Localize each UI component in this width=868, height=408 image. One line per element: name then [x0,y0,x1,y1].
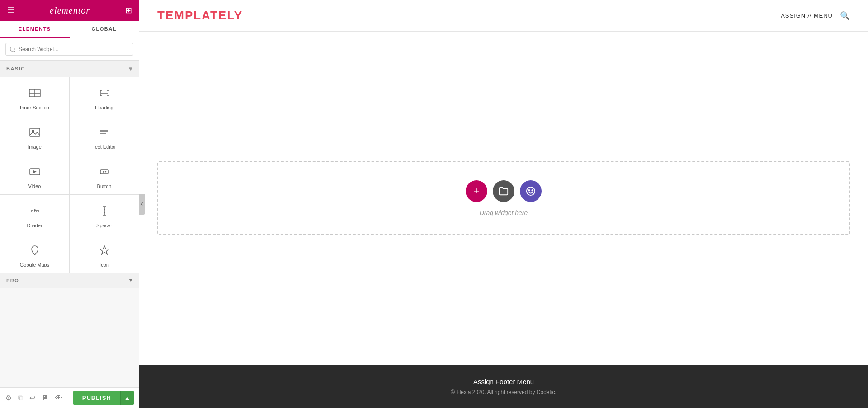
basic-section-header[interactable]: BASIC ▾ [0,61,139,77]
video-icon [27,164,43,180]
svg-point-33 [33,248,36,250]
page-content: + [139,32,868,408]
bottom-toolbar: ⚙ ⧉ ↩ 🖥 👁 PUBLISH ▲ [0,387,139,408]
page-main: + [139,32,868,365]
widget-video-label: Video [28,183,41,189]
widget-google-maps-label: Google Maps [20,262,49,267]
elementor-logo: elementor [50,5,90,16]
widget-inner-section-label: Inner Section [20,105,49,110]
tab-global[interactable]: GLOBAL [70,21,139,38]
widget-image-label: Image [28,144,42,150]
nav-search-icon[interactable]: 🔍 [840,11,850,21]
svg-point-37 [532,190,533,191]
drag-widget-label: Drag widget here [480,209,528,216]
publish-group: PUBLISH ▲ [73,391,134,405]
svg-marker-34 [100,246,109,254]
widget-spacer[interactable]: Spacer [70,195,139,234]
search-input[interactable] [5,43,133,56]
nav-menu-text[interactable]: ASSIGN A MENU [781,12,833,19]
widget-text-editor[interactable]: Text Editor [70,116,139,155]
svg-point-24 [34,209,36,211]
sidebar-handle[interactable] [139,194,145,215]
footer-copyright: © Flexia 2020. All right reserved by Cod… [157,389,850,395]
icon-widget-icon [96,242,113,258]
responsive-icon[interactable]: 🖥 [42,394,49,402]
widget-heading[interactable]: Heading [70,77,139,116]
widget-divider[interactable]: Divider [0,195,69,234]
basic-chevron-icon: ▾ [129,65,133,72]
hamburger-icon[interactable]: ☰ [7,5,14,15]
drop-zone-buttons: + [466,180,542,202]
svg-line-21 [105,172,106,172]
top-bar: ☰ elementor ⊞ [0,0,139,21]
layers-icon[interactable]: ⧉ [18,394,23,402]
tab-elements[interactable]: ELEMENTS [0,21,70,38]
widget-spacer-label: Spacer [96,223,112,228]
widget-google-maps[interactable]: Google Maps [0,234,69,273]
sidebar-tabs: ELEMENTS GLOBAL [0,21,139,38]
pro-section-label: PRO [6,278,19,283]
template-button[interactable] [520,180,542,202]
widget-button-label: Button [97,183,112,189]
widget-divider-label: Divider [27,223,42,228]
widget-video[interactable]: Video [0,155,69,194]
widget-icon-label: Icon [99,262,109,267]
publish-button[interactable]: PUBLISH [73,391,120,405]
basic-section-label: BASIC [6,66,25,71]
preview-icon[interactable]: 👁 [55,394,62,402]
settings-icon[interactable]: ⚙ [5,394,12,402]
grid-icon[interactable]: ⊞ [125,5,132,15]
widget-heading-label: Heading [95,105,113,110]
history-icon[interactable]: ↩ [29,394,35,402]
drop-zone[interactable]: + [157,161,850,235]
svg-point-36 [528,190,530,191]
text-editor-icon [96,124,113,141]
svg-marker-16 [33,170,37,173]
search-bar [0,38,139,61]
pro-chevron-icon: ▾ [129,277,133,283]
sidebar-scrollable: BASIC ▾ Inner Section [0,61,139,408]
widget-inner-section[interactable]: Inner Section [0,77,69,116]
widget-grid: Inner Section [0,77,139,273]
widget-text-editor-label: Text Editor [93,144,116,150]
button-icon [96,164,113,180]
folder-button[interactable] [493,180,514,202]
sidebar: ☰ elementor ⊞ ELEMENTS GLOBAL BASIC ▾ [0,0,139,408]
divider-icon [27,203,43,219]
image-icon [27,124,43,141]
google-maps-icon [27,242,43,258]
add-section-button[interactable]: + [466,180,487,202]
spacer-icon [96,203,113,219]
pro-section-header[interactable]: PRO ▾ [0,273,139,288]
heading-icon [96,85,113,101]
nav-logo: TEMPLATELY [157,9,243,23]
svg-rect-10 [30,128,40,136]
toolbar-icons: ⚙ ⧉ ↩ 🖥 👁 [5,394,62,402]
widget-image[interactable]: Image [0,116,69,155]
inner-section-icon [27,85,43,101]
svg-point-35 [527,187,535,195]
page-footer: Assign Footer Menu © Flexia 2020. All ri… [139,365,868,408]
publish-arrow-button[interactable]: ▲ [120,391,134,405]
widget-button[interactable]: Button [70,155,139,194]
widget-icon[interactable]: Icon [70,234,139,273]
nav-bar: TEMPLATELY ASSIGN A MENU 🔍 [139,0,868,32]
nav-right: ASSIGN A MENU 🔍 [781,11,850,21]
content-area: TEMPLATELY ASSIGN A MENU 🔍 + [139,0,868,408]
footer-menu-text: Assign Footer Menu [157,378,850,385]
